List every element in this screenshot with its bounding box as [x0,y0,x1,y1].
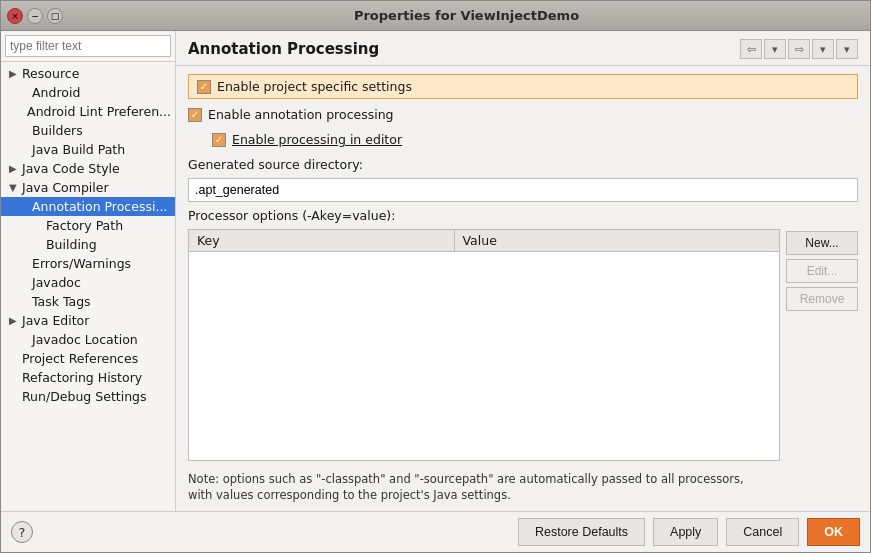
nav-back-dropdown[interactable]: ▾ [764,39,786,59]
dialog-window: × − □ Properties for ViewInjectDemo ▶Res… [0,0,871,553]
table-header: Key Value [189,230,779,252]
maximize-button[interactable]: □ [47,8,63,24]
nav-menu-button[interactable]: ▾ [836,39,858,59]
tree-item-java-compiler[interactable]: ▼Java Compiler [1,178,175,197]
tree-label-project-references: Project References [22,351,138,366]
tree-item-run-debug-settings[interactable]: Run/Debug Settings [1,387,175,406]
enable-project-label: Enable project specific settings [217,79,412,94]
help-button[interactable]: ? [11,521,33,543]
enable-annotation-row[interactable]: Enable annotation processing [188,105,858,124]
ok-button[interactable]: OK [807,518,860,546]
tree-label-java-editor: Java Editor [22,313,89,328]
remove-button[interactable]: Remove [786,287,858,311]
tree-item-java-editor[interactable]: ▶Java Editor [1,311,175,330]
note-text: Note: options such as "-classpath" and "… [188,471,858,503]
bottom-right: Restore Defaults Apply Cancel OK [518,518,860,546]
tree-label-android: Android [32,85,80,100]
right-body: Enable project specific settings Enable … [176,66,870,511]
tree-item-annotation-processing[interactable]: Annotation Processi... [1,197,175,216]
tree-item-errors-warnings[interactable]: Errors/Warnings [1,254,175,273]
tree-item-javadoc-location[interactable]: Javadoc Location [1,330,175,349]
tree-item-android-lint[interactable]: Android Lint Preferen... [1,102,175,121]
right-header: Annotation Processing ⇦ ▾ ⇨ ▾ ▾ [176,31,870,66]
tree-label-java-compiler: Java Compiler [22,180,109,195]
table-body[interactable] [189,252,779,460]
tree-item-refactoring-history[interactable]: Refactoring History [1,368,175,387]
tree: ▶ResourceAndroidAndroid Lint Preferen...… [1,62,175,511]
processor-table: Key Value [188,229,780,461]
nav-forward-button[interactable]: ⇨ [788,39,810,59]
tree-item-task-tags[interactable]: Task Tags [1,292,175,311]
enable-annotation-checkbox[interactable] [188,108,202,122]
bottom-bar: ? Restore Defaults Apply Cancel OK [1,511,870,552]
enable-project-row[interactable]: Enable project specific settings [188,74,858,99]
cancel-button[interactable]: Cancel [726,518,799,546]
minimize-button[interactable]: − [27,8,43,24]
enable-editor-checkbox[interactable] [212,133,226,147]
restore-defaults-button[interactable]: Restore Defaults [518,518,645,546]
panel-title: Annotation Processing [188,40,379,58]
nav-forward-dropdown[interactable]: ▾ [812,39,834,59]
tree-label-annotation-processing: Annotation Processi... [32,199,167,214]
enable-annotation-label: Enable annotation processing [208,107,394,122]
tree-label-java-code-style: Java Code Style [22,161,120,176]
header-nav: ⇦ ▾ ⇨ ▾ ▾ [740,39,858,59]
titlebar-buttons: × − □ [7,8,63,24]
tree-label-task-tags: Task Tags [32,294,91,309]
col-value-header: Value [455,230,780,251]
tree-label-errors-warnings: Errors/Warnings [32,256,131,271]
tree-label-building: Building [46,237,97,252]
tree-item-javadoc[interactable]: Javadoc [1,273,175,292]
titlebar: × − □ Properties for ViewInjectDemo [1,1,870,31]
nav-back-button[interactable]: ⇦ [740,39,762,59]
tree-item-java-code-style[interactable]: ▶Java Code Style [1,159,175,178]
tree-label-refactoring-history: Refactoring History [22,370,142,385]
filter-box [1,31,175,62]
tree-item-building[interactable]: Building [1,235,175,254]
tree-label-java-build-path: Java Build Path [32,142,125,157]
dialog-title: Properties for ViewInjectDemo [69,8,864,23]
tree-label-factory-path: Factory Path [46,218,123,233]
table-buttons: New... Edit... Remove [786,229,858,461]
enable-editor-label: Enable processing in editor [232,132,402,147]
col-key-header: Key [189,230,455,251]
enable-editor-row[interactable]: Enable processing in editor [188,130,858,149]
tree-item-resource[interactable]: ▶Resource [1,64,175,83]
tree-item-builders[interactable]: Builders [1,121,175,140]
tree-label-javadoc-location: Javadoc Location [32,332,138,347]
main-content: ▶ResourceAndroidAndroid Lint Preferen...… [1,31,870,511]
tree-label-resource: Resource [22,66,79,81]
tree-item-factory-path[interactable]: Factory Path [1,216,175,235]
new-button[interactable]: New... [786,231,858,255]
tree-item-android[interactable]: Android [1,83,175,102]
bottom-left: ? [11,521,33,543]
tree-label-javadoc: Javadoc [32,275,81,290]
edit-button[interactable]: Edit... [786,259,858,283]
apply-button[interactable]: Apply [653,518,718,546]
generated-source-label: Generated source directory: [188,157,858,172]
processor-options-label: Processor options (-Akey=value): [188,208,858,223]
table-area: Key Value New... Edit... Remove [188,229,858,461]
left-panel: ▶ResourceAndroidAndroid Lint Preferen...… [1,31,176,511]
tree-item-java-build-path[interactable]: Java Build Path [1,140,175,159]
tree-label-android-lint: Android Lint Preferen... [27,104,171,119]
tree-item-project-references[interactable]: Project References [1,349,175,368]
enable-project-checkbox[interactable] [197,80,211,94]
tree-label-builders: Builders [32,123,83,138]
filter-input[interactable] [5,35,171,57]
close-button[interactable]: × [7,8,23,24]
right-panel: Annotation Processing ⇦ ▾ ⇨ ▾ ▾ Enable p… [176,31,870,511]
tree-label-run-debug-settings: Run/Debug Settings [22,389,147,404]
generated-source-input[interactable] [188,178,858,202]
